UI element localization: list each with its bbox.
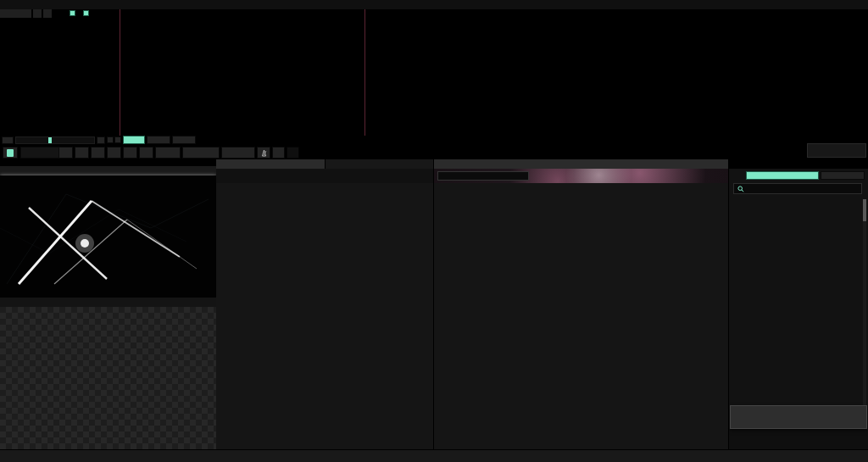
composition-slot-empty-2[interactable] <box>172 136 196 144</box>
bus-button-1[interactable] <box>107 136 114 143</box>
output-monitor-view[interactable] <box>0 175 216 298</box>
tap-button[interactable] <box>155 147 181 159</box>
bus-button-2[interactable] <box>114 136 121 143</box>
tab-clip[interactable] <box>434 159 728 169</box>
bpm-sync-indicator-icon <box>7 149 14 157</box>
search-icon <box>737 186 744 192</box>
output-monitor-header <box>0 166 216 175</box>
bpm-nudge-up-button[interactable] <box>107 147 121 159</box>
clip-name-input[interactable] <box>437 171 529 181</box>
crossfader-divider-line <box>364 9 365 136</box>
undo-button[interactable] <box>272 147 285 159</box>
composition-slot-empty-1[interactable] <box>147 136 170 144</box>
bpm-sync-toggle[interactable] <box>3 147 18 159</box>
composition-panel <box>216 169 433 449</box>
composition-solo-button[interactable] <box>83 10 89 16</box>
composition-bypass-button[interactable] <box>43 9 52 18</box>
crossfader-b-button[interactable] <box>97 136 105 144</box>
bpm-nudge-down-button[interactable] <box>91 147 105 159</box>
crossfader-row <box>0 136 475 145</box>
crossfader-slider[interactable] <box>15 136 95 144</box>
tooltip <box>730 405 867 429</box>
pause-button[interactable] <box>221 147 255 159</box>
bpm-plus-button[interactable] <box>75 147 89 159</box>
preview-monitor-header <box>0 298 216 307</box>
menu-bar <box>0 0 868 9</box>
deck-divider-line <box>120 9 120 136</box>
effects-scrollbar-thumb[interactable] <box>863 199 866 221</box>
resync-button[interactable] <box>182 147 220 159</box>
transport-bar <box>0 146 868 160</box>
tab-composition[interactable] <box>216 159 325 169</box>
tab-layer[interactable] <box>326 159 433 169</box>
composition-master-button[interactable] <box>70 10 75 16</box>
bpm-minus-button[interactable] <box>58 147 73 159</box>
preview-monitor-view[interactable] <box>0 307 216 449</box>
crossfader-a-button[interactable] <box>2 136 14 144</box>
audio-vst-toggle[interactable] <box>821 171 865 180</box>
record-button[interactable] <box>807 143 866 158</box>
metronome-icon <box>260 149 268 157</box>
column-header-row <box>0 9 868 19</box>
metronome-button[interactable] <box>257 147 270 159</box>
composition-title-row <box>216 169 433 183</box>
effects-browser <box>729 169 868 449</box>
browser-footer <box>729 429 868 449</box>
composition-header-cell[interactable] <box>0 9 31 18</box>
status-bar <box>0 449 868 462</box>
redo-button[interactable] <box>287 147 299 159</box>
bpm-double-button[interactable] <box>139 147 153 159</box>
video-ffgl-toggle[interactable] <box>746 171 819 180</box>
bpm-half-button[interactable] <box>123 147 137 159</box>
clip-panel <box>434 169 728 449</box>
resolume-arena-window <box>0 0 868 462</box>
browser-tab-bar <box>729 159 868 169</box>
effects-search-box[interactable] <box>733 183 862 194</box>
clip-banner <box>434 169 728 183</box>
crossfader-slider-thumb[interactable] <box>48 137 52 143</box>
output-monitor-image <box>0 175 216 298</box>
composition-clear-button[interactable] <box>33 9 42 18</box>
effects-scrollbar[interactable] <box>863 199 866 406</box>
composition-slot-av[interactable] <box>123 136 145 144</box>
